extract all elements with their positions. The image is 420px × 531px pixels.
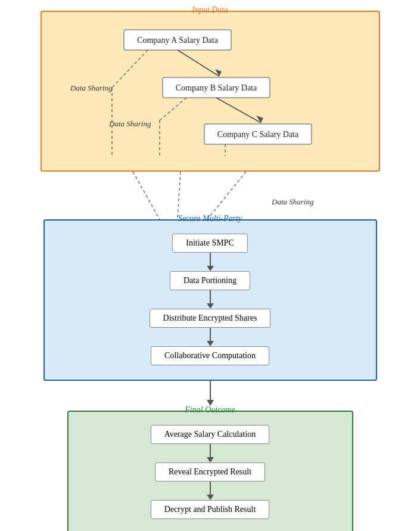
connector-svg-1: Data Sharing — [41, 172, 380, 219]
diagram-wrapper: Input Data Company A Salary Data Company… — [18, 11, 402, 531]
arrow-smpc-2 — [207, 290, 214, 309]
final-inner: Average Salary Calculation Reveal Encryp… — [79, 425, 341, 519]
collaborative-computation-node: Collaborative Computation — [151, 346, 269, 365]
connector-input-smpc: Data Sharing — [41, 172, 380, 219]
initiate-smpc-node: Initiate SMPC — [172, 234, 248, 253]
distribute-shares-node: Distribute Encrypted Shares — [150, 309, 271, 328]
arrow-smpc-3 — [207, 328, 214, 346]
data-sharing-1: Data Sharing — [70, 83, 113, 92]
input-data-svg: Company A Salary Data Company B Salary D… — [52, 25, 374, 156]
smpc-label: Secure Multi-Party — [178, 214, 242, 223]
input-data-section: Input Data Company A Salary Data Company… — [41, 11, 380, 172]
svg-line-13 — [178, 172, 181, 219]
decrypt-publish-node: Decrypt and Publish Result — [151, 500, 270, 519]
svg-line-14 — [207, 172, 246, 219]
svg-line-1 — [178, 50, 219, 76]
arrow-final-1 — [207, 444, 214, 462]
final-label: Final Outcome — [185, 405, 235, 415]
final-section: Final Outcome Average Salary Calculation… — [67, 411, 353, 531]
svg-line-4 — [216, 98, 261, 123]
reveal-encrypted-node: Reveal Encrypted Result — [155, 462, 265, 482]
company-b-label: Company B Salary Data — [175, 83, 257, 92]
smpc-section: Secure Multi-Party Initiate SMPC Data Po… — [43, 219, 377, 381]
smpc-inner: Initiate SMPC Data Portioning Distribute… — [55, 234, 365, 365]
avg-salary-node: Average Salary Calculation — [151, 425, 270, 444]
input-data-diagram: Company A Salary Data Company B Salary D… — [52, 25, 374, 156]
data-portioning-node: Data Portioning — [170, 271, 250, 290]
svg-line-9 — [160, 98, 186, 120]
data-sharing-3: Data Sharing — [271, 197, 314, 206]
company-c-label: Company C Salary Data — [217, 130, 298, 139]
arrow-final-2 — [207, 482, 214, 500]
svg-line-12 — [133, 172, 160, 219]
company-a-label: Company A Salary Data — [137, 36, 218, 45]
svg-line-7 — [112, 50, 148, 88]
input-data-label: Input Data — [192, 5, 228, 15]
data-sharing-2: Data Sharing — [108, 119, 151, 128]
arrow-smpc-1 — [207, 253, 214, 271]
